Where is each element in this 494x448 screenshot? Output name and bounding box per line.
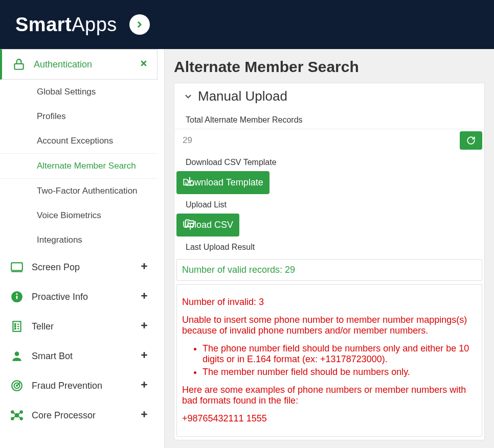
app-header: SmartApps [0, 0, 494, 49]
expand-icon[interactable] [140, 381, 148, 391]
manual-upload-panel: Manual Upload Total Alternate Member Rec… [174, 83, 485, 440]
refresh-button[interactable] [460, 131, 482, 150]
download-template-label: Download CSV Template [174, 152, 484, 171]
receipt-icon [9, 319, 25, 334]
sidebar-section-authentication[interactable]: Authentication [0, 49, 158, 80]
user-icon [9, 348, 25, 364]
svg-point-21 [15, 351, 19, 356]
chevron-down-icon [184, 92, 193, 101]
sidebar-section-screen-pop[interactable]: Screen Pop [0, 252, 158, 282]
sidebar-section-smart-bot[interactable]: Smart Bot [0, 341, 158, 371]
svg-point-13 [15, 324, 16, 325]
svg-point-9 [16, 293, 17, 295]
folder-open-icon [185, 219, 195, 231]
radar-icon [9, 378, 25, 393]
invalid-examples-intro: Here are some examples of phone numbers … [182, 385, 477, 406]
svg-rect-3 [11, 263, 23, 270]
expand-icon[interactable] [140, 292, 148, 302]
upload-list-label: Upload List [174, 194, 484, 214]
sidebar-subitem-integrations[interactable]: Integrations [0, 228, 158, 252]
brand-logo: SmartApps [15, 14, 117, 36]
sidebar[interactable]: Authentication Global SettingsProfilesAc… [0, 49, 165, 448]
panel-toggle[interactable]: Manual Upload [174, 83, 484, 109]
sidebar-subitem-account-exceptions[interactable]: Account Exceptions [0, 129, 158, 153]
total-records-label: Total Alternate Member Records [174, 109, 484, 129]
panel-title: Manual Upload [198, 88, 287, 104]
network-icon [9, 408, 25, 423]
invalid-example: +98765432111 1555 [182, 413, 477, 424]
sidebar-section-teller[interactable]: Teller [0, 312, 158, 341]
sidebar-subitem-voice-biometrics[interactable]: Voice Biometrics [0, 203, 158, 228]
sidebar-subitem-global-settings[interactable]: Global Settings [0, 80, 158, 104]
sidebar-section-fraud-prevention[interactable]: Fraud Prevention [0, 371, 158, 400]
main-content: Alternate Member Search Manual Upload To… [165, 49, 494, 448]
chevron-right-icon [135, 20, 144, 29]
sidebar-section-label: Authentication [34, 59, 92, 70]
upload-csv-button[interactable]: Upload CSV [176, 214, 239, 237]
expand-icon[interactable] [140, 351, 148, 362]
svg-rect-0 [14, 64, 23, 69]
download-template-button[interactable]: Download Template [176, 171, 270, 194]
invalid-count: Number of invalid: 3 [182, 297, 477, 308]
sidebar-section-core-processor[interactable]: Core Processor [0, 400, 158, 430]
expand-icon[interactable] [140, 262, 148, 273]
info-icon [9, 289, 25, 304]
invalid-reason-item: The phone number field should be numbers… [203, 343, 477, 365]
header-toggle-button[interactable] [129, 14, 150, 35]
refresh-icon [466, 136, 476, 145]
svg-point-14 [15, 326, 16, 327]
expand-icon[interactable] [140, 410, 148, 421]
unlock-icon [11, 57, 27, 72]
last-upload-label: Last Upload Result [174, 237, 484, 256]
valid-records-result: Number of valid records: 29 [176, 259, 482, 281]
collapse-icon[interactable] [140, 59, 148, 70]
download-icon [185, 176, 195, 189]
total-records-input[interactable] [174, 129, 460, 152]
page-title: Alternate Member Search [174, 58, 485, 76]
invalid-records-result: Number of invalid: 3 Unable to insert so… [176, 284, 482, 437]
sidebar-subitem-two-factor-authentication[interactable]: Two-Factor Authentication [0, 179, 158, 203]
sidebar-subitem-profiles[interactable]: Profiles [0, 104, 158, 129]
invalid-reason-item: The member number field should be number… [203, 367, 477, 378]
sidebar-subitem-alternate-member-search[interactable]: Alternate Member Search [0, 153, 158, 179]
expand-icon[interactable] [140, 321, 148, 332]
invalid-explain: Unable to insert some phone number to me… [182, 315, 477, 336]
monitor-icon [9, 260, 25, 275]
svg-point-15 [15, 328, 16, 329]
sidebar-section-proactive-info[interactable]: Proactive Info [0, 282, 158, 312]
